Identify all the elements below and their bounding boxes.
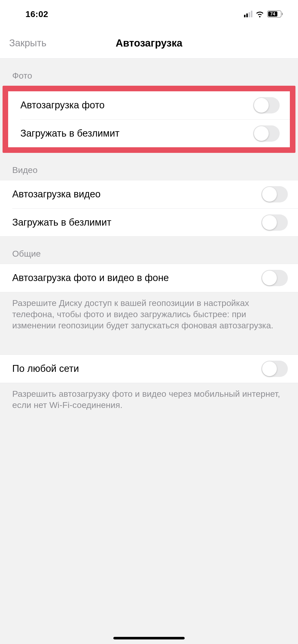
row-label: Загружать в безлимит bbox=[12, 217, 261, 228]
status-bar: 16:02 74 bbox=[0, 0, 298, 28]
page-title: Автозагрузка bbox=[116, 37, 182, 49]
settings-group-network: По любой сети bbox=[0, 355, 298, 383]
toggle-background-upload[interactable] bbox=[261, 270, 288, 286]
battery-level: 74 bbox=[268, 11, 277, 17]
settings-group-video: Автозагрузка видео Загружать в безлимит bbox=[0, 180, 298, 237]
row-unlimited-video[interactable]: Загружать в безлимит bbox=[12, 208, 298, 236]
settings-group-photo: Автозагрузка фото Загружать в безлимит bbox=[8, 91, 290, 147]
section-header-general: Общие bbox=[0, 237, 298, 264]
row-label: Загружать в безлимит bbox=[20, 128, 253, 139]
status-indicators: 74 bbox=[244, 10, 283, 18]
toggle-unlimited-photo[interactable] bbox=[253, 125, 280, 142]
row-auto-upload-video[interactable]: Автозагрузка видео bbox=[0, 180, 298, 208]
row-auto-upload-photo[interactable]: Автозагрузка фото bbox=[8, 91, 290, 119]
close-button[interactable]: Закрыть bbox=[9, 38, 46, 49]
highlight-annotation: Автозагрузка фото Загружать в безлимит bbox=[3, 86, 295, 153]
nav-header: Закрыть Автозагрузка bbox=[0, 28, 298, 58]
row-any-network[interactable]: По любой сети bbox=[0, 355, 298, 383]
wifi-icon bbox=[255, 11, 264, 17]
footer-network: Разрешить автозагрузку фото и видео чере… bbox=[0, 383, 298, 419]
battery-icon: 74 bbox=[267, 10, 283, 18]
home-indicator[interactable] bbox=[113, 637, 185, 639]
section-header-photo: Фото bbox=[0, 58, 298, 86]
toggle-unlimited-video[interactable] bbox=[261, 214, 288, 231]
footer-background: Разрешите Диску доступ к вашей геопозици… bbox=[0, 292, 298, 339]
toggle-auto-upload-photo[interactable] bbox=[253, 97, 280, 113]
status-time: 16:02 bbox=[25, 9, 48, 19]
settings-group-background: Автозагрузка фото и видео в фоне bbox=[0, 264, 298, 292]
row-label: Автозагрузка фото и видео в фоне bbox=[12, 272, 261, 284]
cellular-signal-icon bbox=[244, 11, 252, 17]
toggle-any-network[interactable] bbox=[261, 361, 288, 377]
row-unlimited-photo[interactable]: Загружать в безлимит bbox=[20, 119, 290, 147]
toggle-auto-upload-video[interactable] bbox=[261, 186, 288, 202]
section-header-video: Видео bbox=[0, 153, 298, 180]
row-label: Автозагрузка видео bbox=[12, 188, 261, 200]
row-background-upload[interactable]: Автозагрузка фото и видео в фоне bbox=[0, 264, 298, 292]
row-label: По любой сети bbox=[12, 363, 261, 375]
row-label: Автозагрузка фото bbox=[20, 99, 253, 111]
